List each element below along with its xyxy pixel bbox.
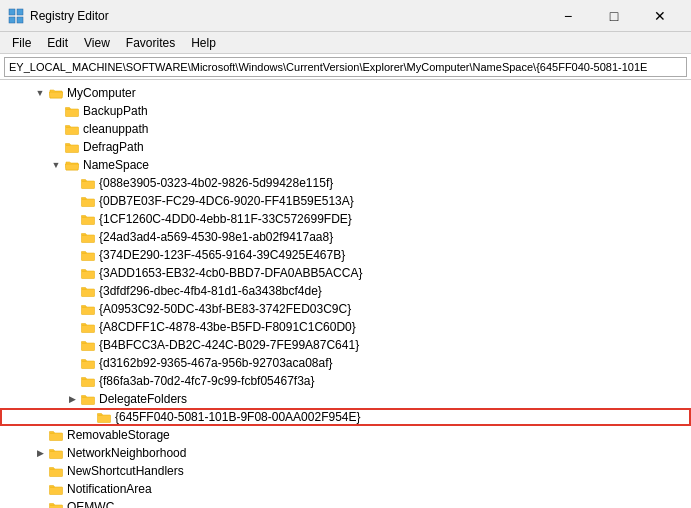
folder-icon-guid10 [80, 337, 96, 353]
folder-icon-guid9 [80, 319, 96, 335]
expander-defragpath [48, 138, 64, 156]
item-label-guid5: {374DE290-123F-4565-9164-39C4925E467B} [99, 248, 345, 262]
svg-rect-8 [82, 199, 95, 207]
folder-icon-guid2 [80, 193, 96, 209]
expander-delegatefolders[interactable]: ▶ [64, 390, 80, 408]
address-input[interactable] [4, 57, 687, 77]
folder-icon-newshortcuthandlers [48, 463, 64, 479]
tree-item-mycomputer[interactable]: ▼ MyComputer [0, 84, 691, 102]
expander-mycomputer[interactable]: ▼ [32, 84, 48, 102]
svg-rect-24 [50, 487, 63, 495]
svg-rect-10 [82, 235, 95, 243]
folder-icon-guid5 [80, 247, 96, 263]
menu-item-file[interactable]: File [4, 34, 39, 52]
svg-rect-5 [66, 127, 79, 135]
expander-namespace[interactable]: ▼ [48, 156, 64, 174]
svg-rect-13 [82, 289, 95, 297]
folder-icon-guid8 [80, 301, 96, 317]
tree-item-namespace[interactable]: ▼ NameSpace [0, 156, 691, 174]
tree-item-guid2[interactable]: {0DB7E03F-FC29-4DC6-9020-FF41B59E513A} [0, 192, 691, 210]
address-bar [0, 54, 691, 80]
tree-item-guid11[interactable]: {d3162b92-9365-467a-956b-92703aca08af} [0, 354, 691, 372]
item-label-cleanuppath: cleanuppath [83, 122, 148, 136]
tree-item-notificationarea[interactable]: NotificationArea [0, 480, 691, 498]
item-label-delegatefolders: DelegateFolders [99, 392, 187, 406]
svg-rect-2 [9, 17, 15, 23]
tree-item-guid9[interactable]: {A8CDFF1C-4878-43be-B5FD-F8091C1C60D0} [0, 318, 691, 336]
window-title: Registry Editor [30, 9, 545, 23]
item-label-namespace: NameSpace [83, 158, 149, 172]
tree-item-guid7[interactable]: {3dfdf296-dbec-4fb4-81d1-6a3438bcf4de} [0, 282, 691, 300]
svg-rect-14 [82, 307, 95, 315]
svg-rect-6 [66, 145, 79, 153]
folder-icon-cleanuppath [64, 121, 80, 137]
tree-item-networkneighborhood[interactable]: ▶ NetworkNeighborhood [0, 444, 691, 462]
svg-rect-18 [82, 379, 95, 387]
folder-icon-guid7 [80, 283, 96, 299]
expander-guid8 [64, 300, 80, 318]
tree-item-guid4[interactable]: {24ad3ad4-a569-4530-98e1-ab02f9417aa8} [0, 228, 691, 246]
svg-rect-9 [82, 217, 95, 225]
folder-icon-backuppath [64, 103, 80, 119]
expander-cleanuppath [48, 120, 64, 138]
svg-rect-17 [82, 361, 95, 369]
tree-item-guid6[interactable]: {3ADD1653-EB32-4cb0-BBD7-DFA0ABB5ACCA} [0, 264, 691, 282]
tree-item-oemwc[interactable]: OEMWC [0, 498, 691, 508]
minimize-button[interactable]: − [545, 0, 591, 32]
folder-icon-networkneighborhood [48, 445, 64, 461]
item-label-guid12: {f86fa3ab-70d2-4fc7-9c99-fcbf05467f3a} [99, 374, 315, 388]
folder-icon-delegatefolders [80, 391, 96, 407]
item-label-mycomputer: MyComputer [67, 86, 136, 100]
tree-item-guid-selected[interactable]: {645FF040-5081-101B-9F08-00AA002F954E} [0, 408, 691, 426]
folder-icon-guid-selected [96, 409, 112, 425]
menu-item-help[interactable]: Help [183, 34, 224, 52]
item-label-guid2: {0DB7E03F-FC29-4DC6-9020-FF41B59E513A} [99, 194, 354, 208]
item-label-oemwc: OEMWC [67, 500, 114, 508]
tree-item-guid8[interactable]: {A0953C92-50DC-43bf-BE83-3742FED03C9C} [0, 300, 691, 318]
item-label-guid10: {B4BFCC3A-DB2C-424C-B029-7FE99A87C641} [99, 338, 359, 352]
folder-icon-guid11 [80, 355, 96, 371]
expander-guid2 [64, 192, 80, 210]
folder-icon-mycomputer [48, 85, 64, 101]
tree-item-defragpath[interactable]: DefragPath [0, 138, 691, 156]
tree-item-delegatefolders[interactable]: ▶ DelegateFolders [0, 390, 691, 408]
expander-backuppath [48, 102, 64, 120]
svg-rect-23 [50, 469, 63, 477]
svg-rect-1 [17, 9, 23, 15]
menu-item-edit[interactable]: Edit [39, 34, 76, 52]
tree-item-guid12[interactable]: {f86fa3ab-70d2-4fc7-9c99-fcbf05467f3a} [0, 372, 691, 390]
expander-guid6 [64, 264, 80, 282]
tree-item-backuppath[interactable]: BackupPath [0, 102, 691, 120]
menu-item-view[interactable]: View [76, 34, 118, 52]
item-label-backuppath: BackupPath [83, 104, 148, 118]
expander-guid11 [64, 354, 80, 372]
folder-icon-guid3 [80, 211, 96, 227]
item-label-guid3: {1CF1260C-4DD0-4ebb-811F-33C572699FDE} [99, 212, 352, 226]
item-label-guid4: {24ad3ad4-a569-4530-98e1-ab02f9417aa8} [99, 230, 333, 244]
folder-icon-guid12 [80, 373, 96, 389]
tree-item-guid3[interactable]: {1CF1260C-4DD0-4ebb-811F-33C572699FDE} [0, 210, 691, 228]
menu-item-favorites[interactable]: Favorites [118, 34, 183, 52]
tree-item-guid10[interactable]: {B4BFCC3A-DB2C-424C-B029-7FE99A87C641} [0, 336, 691, 354]
tree-item-newshortcuthandlers[interactable]: NewShortcutHandlers [0, 462, 691, 480]
svg-rect-20 [98, 415, 111, 423]
tree-item-removablestorage[interactable]: RemovableStorage [0, 426, 691, 444]
expander-removablestorage [32, 426, 48, 444]
item-label-newshortcuthandlers: NewShortcutHandlers [67, 464, 184, 478]
tree-item-cleanuppath[interactable]: cleanuppath [0, 120, 691, 138]
svg-rect-0 [9, 9, 15, 15]
expander-networkneighborhood[interactable]: ▶ [32, 444, 48, 462]
item-label-guid8: {A0953C92-50DC-43bf-BE83-3742FED03C9C} [99, 302, 351, 316]
expander-guid4 [64, 228, 80, 246]
tree-item-guid1[interactable]: {088e3905-0323-4b02-9826-5d99428e115f} [0, 174, 691, 192]
item-label-guid1: {088e3905-0323-4b02-9826-5d99428e115f} [99, 176, 333, 190]
expander-guid12 [64, 372, 80, 390]
registry-tree[interactable]: ▼ MyComputer BackupPath cleanuppath Defr… [0, 80, 691, 508]
folder-icon-guid1 [80, 175, 96, 191]
expander-guid1 [64, 174, 80, 192]
title-bar: Registry Editor − □ ✕ [0, 0, 691, 32]
close-button[interactable]: ✕ [637, 0, 683, 32]
tree-item-guid5[interactable]: {374DE290-123F-4565-9164-39C4925E467B} [0, 246, 691, 264]
expander-guid10 [64, 336, 80, 354]
maximize-button[interactable]: □ [591, 0, 637, 32]
